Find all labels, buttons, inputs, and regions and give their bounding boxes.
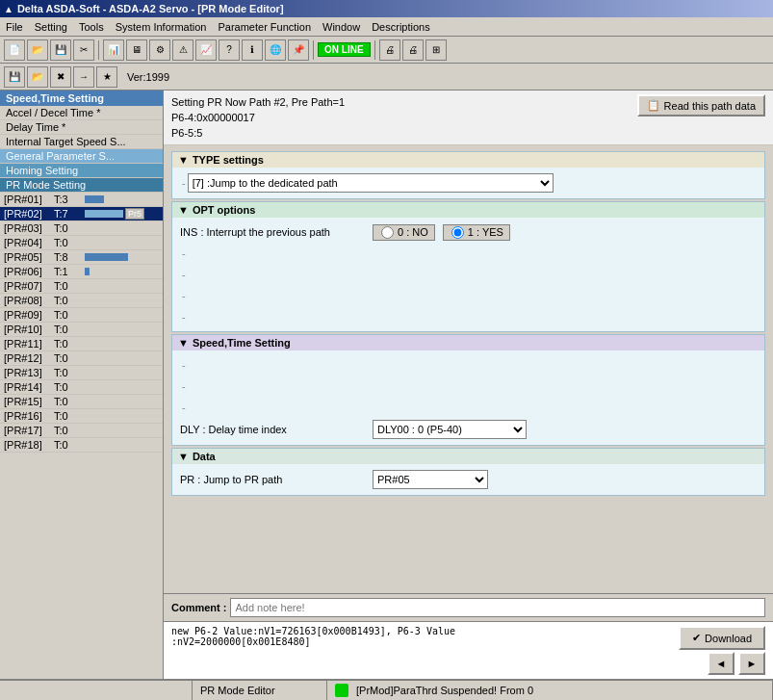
- data-section-header[interactable]: ▼ Data: [172, 449, 764, 464]
- pr-val-10: T:0: [54, 324, 81, 335]
- tb-earth[interactable]: 🌐: [265, 39, 286, 61]
- sidebar-pr-item-6[interactable]: [PR#06]T:1: [0, 265, 163, 279]
- sidebar-pr-item-5[interactable]: [PR#05]T:8: [0, 250, 163, 265]
- pr-val-11: T:0: [54, 338, 81, 350]
- pr-val-1: T:3: [54, 194, 81, 205]
- tb-layout[interactable]: ⊞: [425, 39, 447, 61]
- sidebar-pr-item-11[interactable]: [PR#11]T:0: [0, 337, 163, 351]
- menu-descriptions[interactable]: Descriptions: [366, 17, 436, 36]
- sidebar-delay-time[interactable]: Delay Time *: [0, 120, 163, 135]
- sidebar-pr-item-3[interactable]: [PR#03]T:0: [0, 221, 163, 236]
- sidebar-pr-item-14[interactable]: [PR#14]T:0: [0, 380, 163, 395]
- opt-radio-yes-input[interactable]: [451, 226, 464, 239]
- type-dropdown[interactable]: [7] :Jump to the dedicated path[0] :Abso…: [188, 173, 554, 193]
- sidebar-pr-item-2[interactable]: [PR#02]T:7Pr5: [0, 207, 163, 221]
- tb-cut[interactable]: ✂: [73, 39, 94, 61]
- tb-pc[interactable]: 🖥: [126, 39, 147, 61]
- menu-system-information[interactable]: System Information: [110, 17, 213, 36]
- pr-id-1: [PR#01]: [4, 194, 54, 205]
- pr-val-8: T:0: [54, 295, 81, 306]
- tb2-x[interactable]: ✖: [50, 66, 71, 88]
- sidebar-pr-mode[interactable]: PR Mode Setting: [0, 178, 163, 193]
- pr-val-17: T:0: [54, 425, 81, 436]
- menu-parameter-function[interactable]: Parameter Function: [212, 17, 317, 36]
- read-path-icon: 📋: [647, 99, 660, 112]
- sidebar-pr-item-8[interactable]: [PR#08]T:0: [0, 294, 163, 308]
- sidebar-accel-decel[interactable]: Accel / Decel Time *: [0, 106, 163, 120]
- tb2-arrow[interactable]: →: [73, 66, 94, 88]
- sidebar-pr-item-4[interactable]: [PR#04]T:0: [0, 236, 163, 250]
- pr-jump-dropdown[interactable]: PR#01PR#02PR#03PR#04PR#05PR#06: [373, 470, 488, 489]
- opt-radio-yes-label: 1 : YES: [468, 226, 503, 238]
- sidebar-pr-item-17[interactable]: [PR#17]T:0: [0, 424, 163, 438]
- tb-open[interactable]: 📂: [27, 39, 48, 61]
- tb-help[interactable]: ?: [219, 39, 240, 61]
- dly-dropdown[interactable]: DLY00 : 0 (P5-40)DLY01 : 0 (P5-42)DLY02 …: [373, 420, 527, 439]
- prev-icon: ◄: [716, 658, 727, 669]
- tb-print2[interactable]: 🖨: [402, 39, 424, 61]
- tb-warning[interactable]: ⚠: [172, 39, 193, 61]
- comment-area: Comment :: [164, 593, 773, 621]
- sidebar-general-param[interactable]: General Parameter S...: [0, 149, 163, 164]
- tb-misc[interactable]: 📌: [288, 39, 309, 61]
- tb-print1[interactable]: 🖨: [379, 39, 400, 61]
- prev-button[interactable]: ◄: [708, 652, 734, 675]
- tb-new[interactable]: 📄: [4, 39, 25, 61]
- comment-input[interactable]: [230, 598, 765, 617]
- opt-radio-yes[interactable]: 1 : YES: [443, 224, 510, 241]
- opt-radio-no[interactable]: 0 : NO: [373, 224, 435, 241]
- speed-time-header[interactable]: ▼ Speed,Time Setting: [172, 335, 764, 350]
- sidebar-pr-item-10[interactable]: [PR#10]T:0: [0, 323, 163, 337]
- opt-radio-no-input[interactable]: [381, 226, 394, 239]
- next-button[interactable]: ►: [738, 652, 765, 675]
- tb-info[interactable]: ℹ: [242, 39, 263, 61]
- sidebar-pr-item-12[interactable]: [PR#12]T:0: [0, 351, 163, 366]
- menu-window[interactable]: Window: [317, 17, 366, 36]
- tb2-star[interactable]: ★: [96, 66, 117, 88]
- sidebar-pr-item-18[interactable]: [PR#18]T:0: [0, 438, 163, 453]
- comment-label: Comment :: [171, 602, 226, 613]
- online-button[interactable]: ON LINE: [318, 42, 371, 57]
- pr-val-5: T:8: [54, 251, 81, 263]
- tb-settings[interactable]: ⚙: [149, 39, 170, 61]
- tb-monitor[interactable]: 📊: [103, 39, 124, 61]
- tb-save[interactable]: 💾: [50, 39, 71, 61]
- type-settings-label: TYPE settings: [193, 154, 264, 166]
- tb-chart[interactable]: 📈: [195, 39, 217, 61]
- opt-options-header[interactable]: ▼ OPT options: [172, 202, 764, 218]
- sidebar-homing[interactable]: Homing Setting: [0, 164, 163, 178]
- download-button[interactable]: ✔ Download: [679, 626, 765, 650]
- pr-tag-2: Pr5: [125, 208, 144, 220]
- menu-file[interactable]: File: [0, 17, 29, 36]
- pr-val-6: T:1: [54, 266, 81, 277]
- pr-id-6: [PR#06]: [4, 266, 54, 277]
- read-path-label: Read this path data: [664, 100, 756, 112]
- opt-dash-2: -: [176, 264, 760, 285]
- info-line1: Setting PR Now Path #2, Pre Path=1: [171, 94, 345, 110]
- opt-radio-group: 0 : NO 1 : YES: [373, 224, 510, 241]
- sidebar-pr-item-15[interactable]: [PR#15]T:0: [0, 395, 163, 409]
- sidebar-pr-item-16[interactable]: [PR#16]T:0: [0, 409, 163, 424]
- menu-tools[interactable]: Tools: [73, 17, 110, 36]
- tb2-save[interactable]: 💾: [4, 66, 25, 88]
- menu-setting[interactable]: Setting: [29, 17, 73, 36]
- download-icon: ✔: [692, 632, 701, 644]
- status-bar: PR Mode Editor [PrMod]ParaThrd Suspended…: [0, 679, 773, 700]
- sidebar-pr-item-13[interactable]: [PR#13]T:0: [0, 366, 163, 380]
- sidebar-internal-speed[interactable]: Internal Target Speed S...: [0, 135, 163, 149]
- read-path-button[interactable]: 📋 Read this path data: [637, 94, 765, 117]
- sidebar-pr-item-7[interactable]: [PR#07]T:0: [0, 279, 163, 294]
- data-section: ▼ Data PR : Jump to PR path PR#01PR#02PR…: [171, 448, 765, 496]
- type-settings-header[interactable]: ▼ TYPE settings: [172, 152, 764, 168]
- sidebar-pr-item-1[interactable]: [PR#01]T:3: [0, 193, 163, 207]
- pr-id-11: [PR#11]: [4, 338, 54, 350]
- tb2-open2[interactable]: 📂: [27, 66, 48, 88]
- info-text: Setting PR Now Path #2, Pre Path=1 P6-4:…: [171, 94, 345, 141]
- pr-val-2: T:7: [54, 208, 81, 220]
- sidebar-pr-item-9[interactable]: [PR#09]T:0: [0, 308, 163, 323]
- pr-val-9: T:0: [54, 309, 81, 321]
- opt-toggle-icon: ▼: [178, 204, 189, 216]
- speed-time-label: Speed,Time Setting: [193, 337, 291, 349]
- version-label: Ver:1999: [127, 71, 169, 83]
- pr-id-10: [PR#10]: [4, 324, 54, 335]
